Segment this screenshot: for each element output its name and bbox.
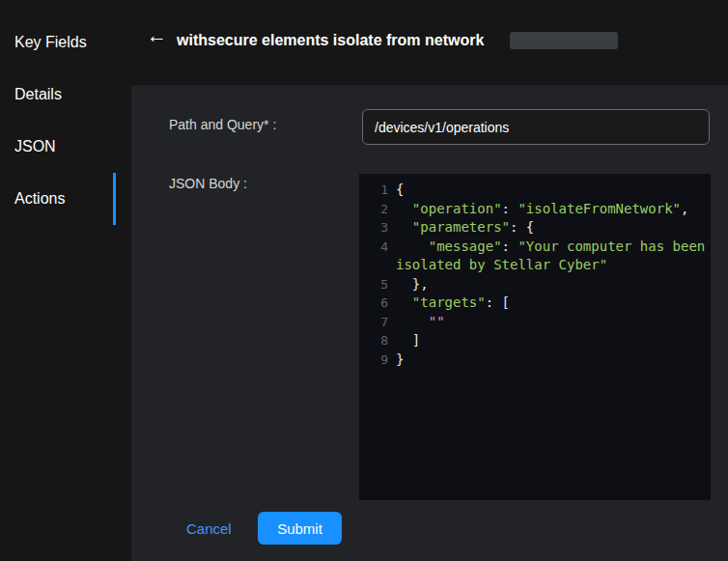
submit-button[interactable]: Submit bbox=[258, 512, 342, 545]
sidebar-item-json[interactable]: JSON bbox=[0, 121, 116, 173]
code-line: ] bbox=[396, 331, 420, 351]
line-number: 9 bbox=[359, 351, 396, 370]
code-line: isolated by Stellar Cyber" bbox=[396, 256, 607, 275]
code-line: }, bbox=[396, 275, 429, 295]
code-row: 2 "operation": "isolateFromNetwork", bbox=[359, 200, 705, 219]
code-row: 8 ] bbox=[359, 331, 705, 351]
code-line: } bbox=[396, 351, 404, 370]
line-number bbox=[359, 256, 396, 275]
json-body-label: JSON Body : bbox=[169, 176, 247, 191]
code-row: 4 "message": "Your computer has been bbox=[359, 238, 705, 257]
code-line: "message": "Your computer has been bbox=[396, 238, 705, 257]
redacted-chip bbox=[510, 32, 618, 49]
code-row: 7 "" bbox=[359, 313, 705, 332]
code-line: "parameters": { bbox=[396, 218, 534, 238]
code-row: 1{ bbox=[359, 181, 705, 200]
line-number: 7 bbox=[359, 313, 396, 332]
code-line: "targets": [ bbox=[396, 294, 510, 313]
code-line: "operation": "isolateFromNetwork", bbox=[396, 200, 688, 219]
header: ← withsecure elements isolate from netwo… bbox=[131, 0, 728, 85]
code-row: 9} bbox=[359, 351, 705, 370]
path-query-input[interactable] bbox=[362, 109, 710, 145]
line-number: 4 bbox=[359, 238, 396, 257]
sidebar-item-details[interactable]: Details bbox=[0, 69, 116, 121]
code-row: isolated by Stellar Cyber" bbox=[359, 256, 705, 275]
line-number: 8 bbox=[359, 331, 396, 351]
app-root: Key FieldsDetailsJSONActions ← withsecur… bbox=[0, 0, 728, 561]
json-editor[interactable]: 1{2 "operation": "isolateFromNetwork",3 … bbox=[359, 174, 711, 500]
sidebar: Key FieldsDetailsJSONActions bbox=[0, 0, 116, 561]
path-query-label: Path and Query* : bbox=[169, 117, 276, 132]
line-number: 5 bbox=[359, 275, 396, 295]
sidebar-item-actions[interactable]: Actions bbox=[0, 173, 116, 225]
code-row: 3 "parameters": { bbox=[359, 218, 705, 238]
arrow-left-icon: ← bbox=[147, 24, 167, 46]
back-button[interactable]: ← bbox=[147, 25, 167, 45]
code-row: 5 }, bbox=[359, 275, 705, 295]
line-number: 1 bbox=[359, 181, 396, 200]
cancel-button[interactable]: Cancel bbox=[186, 520, 232, 537]
line-number: 6 bbox=[359, 294, 396, 313]
code-line: { bbox=[396, 181, 404, 200]
code-line: "" bbox=[396, 313, 445, 332]
line-number: 2 bbox=[359, 200, 396, 219]
content-panel: Path and Query* : JSON Body : 1{2 "opera… bbox=[131, 85, 728, 561]
page-title: withsecure elements isolate from network bbox=[177, 32, 484, 49]
line-number: 3 bbox=[359, 218, 396, 238]
sidebar-item-key-fields[interactable]: Key Fields bbox=[0, 16, 116, 69]
code-row: 6 "targets": [ bbox=[359, 294, 705, 313]
